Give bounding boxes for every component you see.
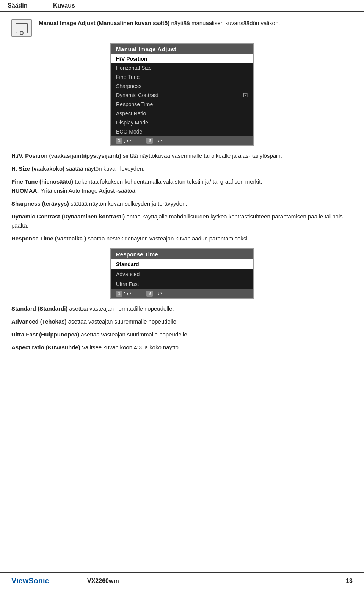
para-aspectratio-rest: Valitsee kuvan koon 4:3 ja koko näyttö. [80,344,180,350]
para-responsetime: Response Time (Vasteaika ) säätää nestek… [11,234,353,243]
para-sharpness-rest: säätää näytön kuvan selkeyden ja terävyy… [69,200,187,207]
para-aspectratio: Aspect ratio (Kuvasuhde) Valitsee kuvan … [11,343,353,352]
para-hsize: H. Size (vaakakoko) säätää näytön kuvan … [11,164,353,173]
para-hv-rest: siirtää näyttökuvaa vasemmalle tai oikea… [121,152,282,159]
footer-page: 13 [346,578,353,584]
para-finetune-bold: Fine Tune (hienosäätö) [11,178,73,185]
response-item-ultrafast: Ultra Fast [111,279,253,289]
response-item-standard: Standard [111,259,253,269]
header-col1: Säädin [8,2,53,9]
response-time-menu: Response Time Standard Advanced Ultra Fa… [110,248,254,299]
dyncontrast-icon: ☑ [243,92,248,98]
para-hsize-bold: H. Size (vaakakoko) [11,165,64,172]
para-dyncontrast: Dynamic Contrast (Dynaaminen kontrasti) … [11,212,353,230]
para-hv-bold: H./V. Position (vaakasijainti/pystysijai… [11,152,121,159]
brand-name: ViewSonic [11,576,87,585]
para-standard-rest: asettaa vasteajan normaalille nopeudelle… [67,305,174,312]
para-standard-bold: Standard (Standardi) [11,305,67,312]
menu-item-dyncontrast: Dynamic Contrast ☑ [111,91,253,100]
footer-item-2: 2 : ↩ [146,138,162,144]
response-footer: 1 : ↩ 2 : ↩ [111,289,253,298]
intro-text: Manual Image Adjust (Manuaalinen kuvan s… [39,19,353,28]
header: Säädin Kuvaus [0,0,364,12]
menu-item-sharpness: Sharpness [111,82,253,91]
para-huomaa-bold: HUOMAA: [11,187,39,194]
para-advanced-bold: Advanced (Tehokas) [11,318,67,325]
intro-bold: Manual Image Adjust (Manuaalinen kuvan s… [39,20,169,26]
menu-item-aspectratio: Aspect Ratio [111,109,253,118]
para-responsetime-bold: Response Time (Vasteaika ) [11,235,86,242]
para-ultrafast: Ultra Fast (Huippunopea) asettaa vasteaj… [11,330,353,339]
intro-rest: näyttää manuaalisen kuvansäädön valikon. [169,20,280,26]
response-item-advanced: Advanced [111,269,253,279]
header-col2: Kuvaus [53,2,75,9]
para-huomaa-rest: Yritä ensin Auto Image Adjust -säätöä. [39,187,137,194]
para-aspectratio-bold: Aspect ratio (Kuvasuhde) [11,344,80,350]
main-content: Manual Image Adjust (Manuaalinen kuvan s… [0,12,364,363]
page-footer: ViewSonic VX2260wm 13 [0,572,364,589]
menu-item-hsize: Horizontal Size [111,63,253,72]
intro-row: Manual Image Adjust (Manuaalinen kuvan s… [11,19,353,37]
response-footer-1: 1 : ↩ [116,291,131,297]
menu-item-responsetime: Response Time [111,100,253,109]
para-finetune-rest: tarkentaa fokuksen kohdentamalla valaist… [73,178,262,185]
menu-item-finetune: Fine Tune [111,72,253,82]
para-finetune: Fine Tune (hienosäätö) tarkentaa fokukse… [11,177,353,195]
manual-image-adjust-menu: Manual Image Adjust H/V Position Horizon… [110,43,254,146]
footer-model: VX2260wm [87,578,346,584]
para-ultrafast-bold: Ultra Fast (Huippunopea) [11,331,79,338]
menu-item-displaymode: Display Mode [111,118,253,127]
para-advanced: Advanced (Tehokas) asettaa vasteajan suu… [11,317,353,326]
para-ultrafast-rest: asettaa vasteajan suurimmalle nopeudelle… [79,331,189,338]
manual-image-adjust-icon [11,19,32,37]
menu-item-ecomode: ECO Mode [111,127,253,136]
menu-footer: 1 : ↩ 2 : ↩ [111,136,253,145]
footer-item-1: 1 : ↩ [116,138,131,144]
response-footer-2: 2 : ↩ [146,291,162,297]
para-sharpness: Sharpness (terävyys) säätää näytön kuvan… [11,199,353,208]
para-standard: Standard (Standardi) asettaa vasteajan n… [11,304,353,313]
menu-title: Manual Image Adjust [111,44,253,54]
para-hsize-rest: säätää näytön kuvan leveyden. [64,165,144,172]
response-title: Response Time [111,249,253,259]
para-responsetime-rest: säätää nestekidenäytön vasteajan kuvanla… [86,235,249,242]
para-dyncontrast-bold: Dynamic Contrast (Dynaaminen kontrasti) [11,213,125,220]
para-advanced-rest: asettaa vasteajan suuremmalle nopeudelle… [67,318,178,325]
para-sharpness-bold: Sharpness (terävyys) [11,200,69,207]
menu-item-hv: H/V Position [111,54,253,63]
para-hv: H./V. Position (vaakasijainti/pystysijai… [11,151,353,160]
